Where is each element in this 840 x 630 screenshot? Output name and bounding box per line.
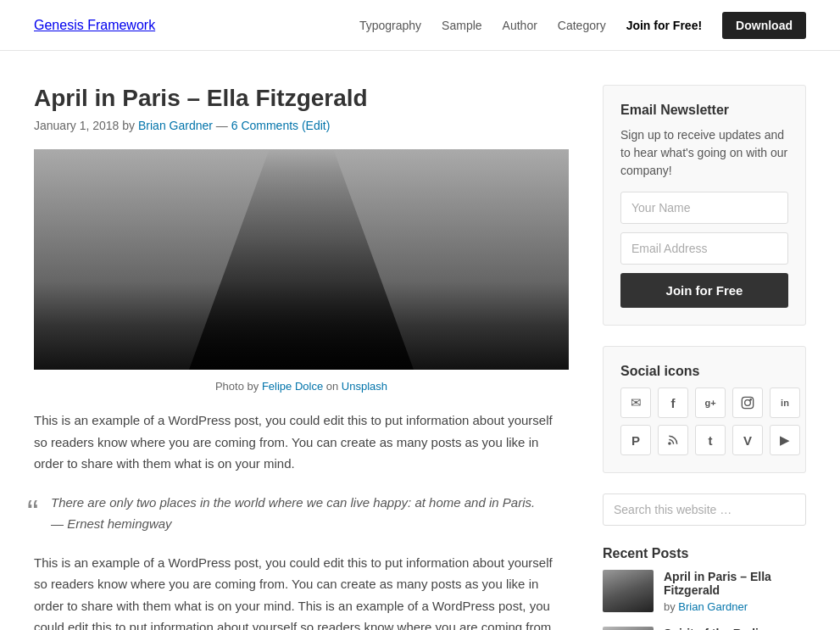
thumb-radio-image	[603, 627, 654, 630]
newsletter-title: Email Newsletter	[620, 103, 788, 118]
post-body: This is an example of a WordPress post, …	[34, 410, 569, 630]
twitter-icon[interactable]: t	[695, 425, 726, 455]
svg-point-1	[745, 400, 751, 406]
thumb-eiffel-image	[603, 570, 654, 612]
linkedin-icon[interactable]: in	[770, 387, 800, 418]
photo-credit-site[interactable]: Unsplash	[342, 380, 387, 393]
facebook-icon[interactable]: f	[658, 387, 688, 418]
blockquote-text: There are only two places in the world w…	[51, 495, 535, 510]
post-date: January 1, 2018	[34, 119, 119, 132]
main-nav: Typography Sample Author Category Join f…	[359, 12, 806, 39]
newsletter-email-input[interactable]	[620, 232, 788, 265]
social-icons-grid: ✉ f g+ in P t V ▶	[620, 387, 788, 455]
search-input[interactable]	[603, 493, 806, 526]
nav-typography[interactable]: Typography	[359, 19, 421, 32]
post-paragraph-1: This is an example of a WordPress post, …	[34, 410, 569, 475]
photo-credit-prefix: Photo by	[215, 380, 262, 393]
sidebar: Email Newsletter Sign up to receive upda…	[603, 85, 806, 630]
social-title: Social icons	[620, 364, 788, 379]
main-content: April in Paris – Ella Fitzgerald January…	[34, 85, 569, 630]
svg-rect-0	[742, 397, 753, 408]
post-meta: January 1, 2018 by Brian Gardner — 6 Com…	[34, 119, 569, 132]
nav-join[interactable]: Join for Free!	[626, 19, 702, 32]
site-header: Genesis Framework Typography Sample Auth…	[0, 0, 840, 51]
google-plus-icon[interactable]: g+	[695, 387, 726, 418]
youtube-icon[interactable]: ▶	[770, 425, 800, 455]
post-author-link[interactable]: Brian Gardner	[138, 119, 213, 132]
post-title: April in Paris – Ella Fitzgerald	[34, 85, 569, 112]
recent-post-thumb-1	[603, 570, 654, 612]
post-paragraph-2: This is an example of a WordPress post, …	[34, 552, 569, 631]
post-image-wrap	[34, 149, 569, 370]
recent-post-by-label-1: by	[664, 600, 676, 613]
search-widget	[603, 493, 806, 526]
post-article: April in Paris – Ella Fitzgerald January…	[34, 85, 569, 630]
post-edit-link[interactable]: (Edit)	[302, 119, 330, 132]
post-comments-link[interactable]: 6 Comments	[231, 119, 298, 132]
post-dash: —	[216, 119, 231, 132]
nav-category[interactable]: Category	[558, 19, 606, 32]
recent-post-info-2: Spirit of the Radio – Rush by Brian Gard…	[664, 627, 806, 630]
post-featured-image	[34, 149, 569, 370]
page-wrapper: April in Paris – Ella Fitzgerald January…	[0, 51, 840, 630]
recent-post-item-1: April in Paris – Ella Fitzgerald by Bria…	[603, 570, 806, 613]
recent-post-title-2: Spirit of the Radio – Rush	[664, 627, 806, 630]
blockquote-attribution: — Ernest hemingway	[51, 516, 172, 531]
rss-icon[interactable]	[658, 425, 688, 455]
vimeo-icon[interactable]: V	[732, 425, 763, 455]
svg-point-2	[750, 399, 751, 400]
svg-point-3	[668, 442, 671, 445]
recent-posts-title: Recent Posts	[603, 546, 806, 561]
photo-credit-name[interactable]: Felipe Dolce	[262, 380, 323, 393]
nav-author[interactable]: Author	[503, 19, 537, 32]
newsletter-widget: Email Newsletter Sign up to receive upda…	[603, 85, 806, 326]
recent-post-title-1: April in Paris – Ella Fitzgerald	[664, 570, 806, 597]
post-by: by	[122, 119, 138, 132]
social-widget: Social icons ✉ f g+ in P t V ▶	[603, 346, 806, 473]
photo-credit-on: on	[323, 380, 342, 393]
site-title[interactable]: Genesis Framework	[34, 18, 155, 33]
nav-download[interactable]: Download	[722, 12, 806, 39]
recent-post-item-2: Spirit of the Radio – Rush by Brian Gard…	[603, 627, 806, 630]
recent-post-author-link-1[interactable]: Brian Gardner	[678, 600, 748, 613]
nav-sample[interactable]: Sample	[442, 19, 481, 32]
recent-post-by-1: by Brian Gardner	[664, 600, 806, 613]
recent-post-thumb-2	[603, 627, 654, 630]
newsletter-name-input[interactable]	[620, 192, 788, 224]
post-blockquote: There are only two places in the world w…	[51, 492, 569, 535]
newsletter-description: Sign up to receive updates and to hear w…	[620, 126, 788, 180]
eiffel-tower-illustration	[34, 149, 569, 370]
photo-credit: Photo by Felipe Dolce on Unsplash	[34, 380, 569, 393]
newsletter-join-button[interactable]: Join for Free	[620, 273, 788, 308]
instagram-icon[interactable]	[732, 387, 763, 418]
recent-posts-widget: Recent Posts April in Paris – Ella Fitzg…	[603, 546, 806, 630]
pinterest-icon[interactable]: P	[620, 425, 651, 455]
recent-post-info-1: April in Paris – Ella Fitzgerald by Bria…	[664, 570, 806, 613]
email-icon[interactable]: ✉	[620, 387, 651, 418]
